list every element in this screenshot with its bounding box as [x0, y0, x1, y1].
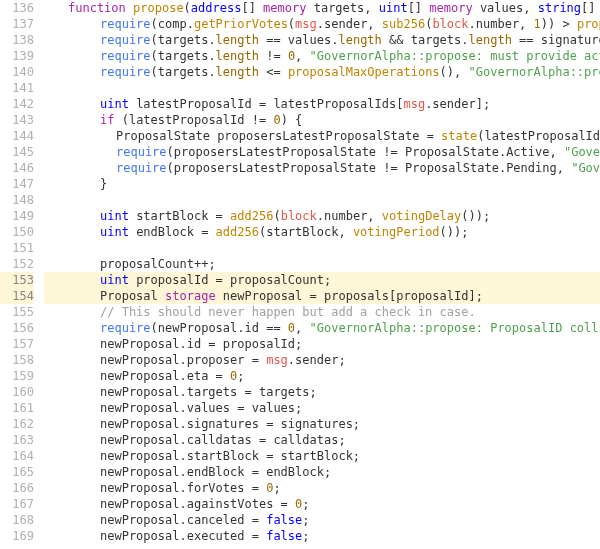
token-op: (latestProposalId);	[477, 129, 600, 143]
code-line: require(comp.getPriorVotes(msg.sender, s…	[52, 16, 600, 32]
code-line: newProposal.calldatas = calldatas;	[52, 432, 600, 448]
token-type: uint	[100, 225, 129, 239]
code-line: uint proposalId = proposalCount;	[44, 272, 600, 288]
token-op: latestProposalId = latestProposalIds[	[129, 97, 404, 111]
token-type: uint	[100, 97, 129, 111]
token-op: (targets.	[151, 49, 216, 63]
token-req: require	[100, 49, 151, 63]
code-line: uint startBlock = add256(block.number, v…	[52, 208, 600, 224]
code-line: newProposal.againstVotes = 0;	[52, 496, 600, 512]
line-number: 149	[0, 208, 34, 224]
token-req: require	[116, 161, 167, 175]
code-line: require(proposersLatestProposalState != …	[52, 160, 600, 176]
token-op: (	[184, 1, 191, 15]
token-op: .sender,	[317, 17, 382, 31]
line-number: 141	[0, 80, 34, 96]
code-line: newProposal.startBlock = startBlock;	[52, 448, 600, 464]
token-op: ++	[194, 257, 208, 271]
code-line: // This should never happen but add a ch…	[52, 304, 600, 320]
line-number: 148	[0, 192, 34, 208]
code-viewer: 1361371381391401411421431441451461471481…	[0, 0, 600, 544]
token-op: (targets.	[151, 33, 216, 47]
token-op: ;	[302, 529, 309, 543]
token-prop: length	[338, 33, 381, 47]
token-kw: if	[100, 113, 122, 127]
line-number: 143	[0, 112, 34, 128]
code-line: require(targets.length != 0, "GovernorAl…	[52, 48, 600, 64]
token-op: []	[241, 1, 263, 15]
code-line: if (latestProposalId != 0) {	[52, 112, 600, 128]
token-bool: false	[266, 529, 302, 543]
code-line: Proposal storage newProposal = proposals…	[44, 288, 600, 304]
code-line: newProposal.canceled = false;	[52, 512, 600, 528]
token-op: newProposal.endBlock = endBlock;	[100, 465, 331, 479]
code-area: function propose(address[] memory target…	[44, 0, 600, 544]
code-line: function propose(address[] memory target…	[52, 0, 600, 16]
token-op: (targets.	[151, 65, 216, 79]
line-number: 150	[0, 224, 34, 240]
token-kw: storage	[165, 289, 216, 303]
token-param: block	[432, 17, 468, 31]
token-str: "GovernorAlpha::propose: must provide ac…	[310, 49, 600, 63]
token-op: newProposal.signatures = signatures;	[100, 417, 360, 431]
line-number: 164	[0, 448, 34, 464]
line-number: 144	[0, 128, 34, 144]
line-number: 167	[0, 496, 34, 512]
token-op: && targets.	[382, 33, 469, 47]
token-op: newProposal.executed =	[100, 529, 266, 543]
code-line	[52, 192, 600, 208]
token-op: ());	[461, 209, 490, 223]
token-op: .sender];	[425, 97, 490, 111]
token-op: ) {	[281, 113, 303, 127]
token-prop: length	[216, 49, 259, 63]
token-fn: getPriorVotes	[194, 17, 288, 31]
code-line: }	[52, 176, 600, 192]
token-str: "GovernorAlpha::propose	[571, 161, 600, 175]
token-op: (startBlock,	[259, 225, 353, 239]
line-number: 163	[0, 432, 34, 448]
token-fn: sub256	[382, 17, 425, 31]
code-line	[52, 80, 600, 96]
token-op: newProposal.targets = targets;	[100, 385, 317, 399]
token-type: address	[191, 1, 242, 15]
line-number: 146	[0, 160, 34, 176]
code-line: newProposal.endBlock = endBlock;	[52, 464, 600, 480]
token-ident: targets	[314, 1, 365, 15]
token-op: newProposal.canceled =	[100, 513, 266, 527]
token-op: newProposal = proposals[proposalId];	[216, 289, 483, 303]
token-op: proposalId = proposalCount;	[129, 273, 331, 287]
token-op: (newProposal.id ==	[151, 321, 288, 335]
token-op: []	[581, 1, 600, 15]
token-op: newProposal.calldatas = calldatas;	[100, 433, 346, 447]
token-op: newProposal.startBlock = startBlock;	[100, 449, 360, 463]
line-number: 152	[0, 256, 34, 272]
line-number: 140	[0, 64, 34, 80]
code-line: newProposal.signatures = signatures;	[52, 416, 600, 432]
token-type: uint	[100, 209, 129, 223]
token-num: 0	[288, 321, 295, 335]
token-op: (	[273, 209, 280, 223]
token-req: require	[100, 321, 151, 335]
token-fn: state	[441, 129, 477, 143]
token-op: (),	[440, 65, 469, 79]
token-op: newProposal.values = values;	[100, 401, 302, 415]
line-number: 142	[0, 96, 34, 112]
token-op: ProposalState proposersLatestProposalSta…	[116, 129, 441, 143]
token-str: "GovernorAlpha::propose:	[564, 145, 600, 159]
token-op: ;	[208, 257, 215, 271]
line-number: 139	[0, 48, 34, 64]
token-op: newProposal.againstVotes =	[100, 497, 295, 511]
token-op: ,	[364, 1, 378, 15]
token-kw: memory	[263, 1, 314, 15]
token-num: 1	[534, 17, 541, 31]
code-line	[52, 240, 600, 256]
token-param: msg	[266, 353, 288, 367]
token-prop: length	[469, 33, 512, 47]
token-op: (proposersLatestProposalState != Proposa…	[167, 161, 572, 175]
token-kw: memory	[429, 1, 480, 15]
token-type: uint	[100, 273, 129, 287]
line-number: 159	[0, 368, 34, 384]
token-req: require	[116, 145, 167, 159]
line-number: 155	[0, 304, 34, 320]
token-req: require	[100, 65, 151, 79]
